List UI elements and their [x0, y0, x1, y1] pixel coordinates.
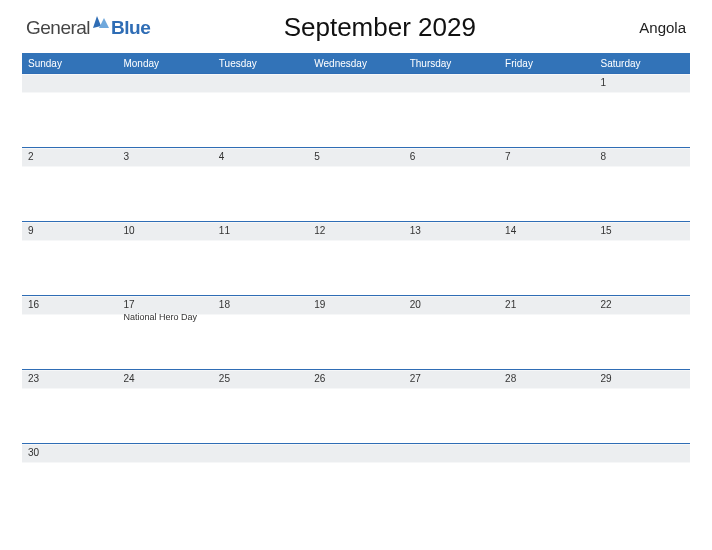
day-number: 12: [314, 225, 397, 236]
day-header: Tuesday: [213, 54, 308, 74]
day-header: Wednesday: [308, 54, 403, 74]
calendar-row: 9 10 11 12 13 14 15: [22, 222, 690, 296]
calendar-cell: 20: [404, 296, 499, 370]
calendar-row: 1: [22, 74, 690, 148]
calendar-cell: [308, 74, 403, 148]
day-number: 17: [123, 299, 206, 310]
calendar-cell: 19: [308, 296, 403, 370]
calendar-cell: 11: [213, 222, 308, 296]
calendar-cell: 18: [213, 296, 308, 370]
day-number: 19: [314, 299, 397, 310]
day-number: 3: [123, 151, 206, 162]
day-number: 1: [601, 77, 684, 88]
day-number: 2: [28, 151, 111, 162]
day-number: 22: [601, 299, 684, 310]
day-number: 21: [505, 299, 588, 310]
calendar-row: 30: [22, 444, 690, 518]
day-number: 7: [505, 151, 588, 162]
day-number: 5: [314, 151, 397, 162]
day-number: 11: [219, 225, 302, 236]
day-number: 28: [505, 373, 588, 384]
calendar-cell: 23: [22, 370, 117, 444]
calendar-cell: 9: [22, 222, 117, 296]
day-number: 18: [219, 299, 302, 310]
calendar-cell: 2: [22, 148, 117, 222]
calendar-cell: 29: [595, 370, 690, 444]
logo-mark-icon: [93, 14, 109, 26]
day-number: 15: [601, 225, 684, 236]
calendar-cell: [499, 444, 594, 518]
calendar-cell: 5: [308, 148, 403, 222]
day-header: Monday: [117, 54, 212, 74]
calendar-cell: 21: [499, 296, 594, 370]
day-number: 27: [410, 373, 493, 384]
day-header-row: Sunday Monday Tuesday Wednesday Thursday…: [22, 54, 690, 74]
logo-text-general: General: [26, 17, 90, 39]
calendar-cell: 22: [595, 296, 690, 370]
day-number: 30: [28, 447, 111, 458]
day-event: National Hero Day: [123, 312, 197, 322]
day-number: 16: [28, 299, 111, 310]
day-number: 23: [28, 373, 111, 384]
calendar-cell: 28: [499, 370, 594, 444]
calendar-row: 2 3 4 5 6 7 8: [22, 148, 690, 222]
calendar-cell: [117, 444, 212, 518]
calendar-cell: [22, 74, 117, 148]
calendar-cell: [213, 444, 308, 518]
calendar-cell: 4: [213, 148, 308, 222]
day-number: 25: [219, 373, 302, 384]
day-header: Friday: [499, 54, 594, 74]
day-number: 9: [28, 225, 111, 236]
calendar: Sunday Monday Tuesday Wednesday Thursday…: [22, 53, 690, 518]
calendar-cell: 7: [499, 148, 594, 222]
calendar-cell: 14: [499, 222, 594, 296]
day-number: 24: [123, 373, 206, 384]
day-header: Saturday: [595, 54, 690, 74]
day-number: 6: [410, 151, 493, 162]
country-label: Angola: [639, 19, 686, 36]
calendar-cell: 10: [117, 222, 212, 296]
calendar-cell: 30: [22, 444, 117, 518]
day-number: 4: [219, 151, 302, 162]
calendar-cell: 12: [308, 222, 403, 296]
calendar-cell: 13: [404, 222, 499, 296]
calendar-cell: 6: [404, 148, 499, 222]
calendar-cell: 15: [595, 222, 690, 296]
calendar-cell: [117, 74, 212, 148]
calendar-cell: 24: [117, 370, 212, 444]
calendar-cell: [404, 74, 499, 148]
calendar-cell: 16: [22, 296, 117, 370]
day-number: 13: [410, 225, 493, 236]
day-number: 8: [601, 151, 684, 162]
calendar-row: 16 17National Hero Day 18 19 20 21 22: [22, 296, 690, 370]
day-number: 20: [410, 299, 493, 310]
calendar-table: Sunday Monday Tuesday Wednesday Thursday…: [22, 54, 690, 518]
calendar-cell: 17National Hero Day: [117, 296, 212, 370]
calendar-cell: 8: [595, 148, 690, 222]
day-number: 26: [314, 373, 397, 384]
calendar-cell: [595, 444, 690, 518]
calendar-cell: 27: [404, 370, 499, 444]
calendar-cell: [308, 444, 403, 518]
calendar-cell: 26: [308, 370, 403, 444]
day-number: 10: [123, 225, 206, 236]
calendar-cell: 25: [213, 370, 308, 444]
day-header: Sunday: [22, 54, 117, 74]
calendar-cell: [213, 74, 308, 148]
header: General Blue September 2029 Angola: [22, 12, 690, 43]
calendar-cell: 1: [595, 74, 690, 148]
day-number: 14: [505, 225, 588, 236]
calendar-cell: [499, 74, 594, 148]
day-number: 29: [601, 373, 684, 384]
page-title: September 2029: [120, 12, 639, 43]
calendar-cell: [404, 444, 499, 518]
calendar-row: 23 24 25 26 27 28 29: [22, 370, 690, 444]
day-header: Thursday: [404, 54, 499, 74]
calendar-cell: 3: [117, 148, 212, 222]
